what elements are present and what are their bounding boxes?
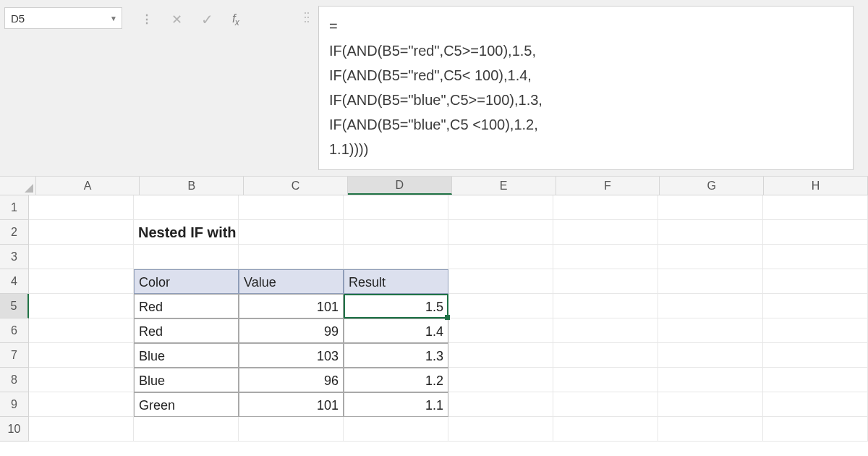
cell[interactable] xyxy=(29,343,134,368)
cell[interactable] xyxy=(344,417,448,442)
row-header-10[interactable]: 10 xyxy=(0,417,29,442)
table-cell-result[interactable]: 1.1 xyxy=(344,392,448,417)
cell[interactable] xyxy=(29,294,134,318)
cell[interactable] xyxy=(29,195,134,220)
name-box[interactable]: D5 ▼ xyxy=(4,7,122,29)
cell[interactable] xyxy=(553,343,658,368)
cell[interactable] xyxy=(553,195,658,220)
row-header-7[interactable]: 7 xyxy=(0,343,29,368)
table-header-value[interactable]: Value xyxy=(239,269,344,294)
table-cell-color[interactable]: Blue xyxy=(134,343,239,368)
column-header-e[interactable]: E xyxy=(452,177,556,195)
table-header-color[interactable]: Color xyxy=(134,269,239,294)
fx-icon[interactable]: fx xyxy=(232,12,239,28)
cell[interactable] xyxy=(658,294,763,318)
page-title[interactable]: Nested IF with multiple AND xyxy=(134,220,239,245)
cell[interactable] xyxy=(763,245,868,269)
cell[interactable] xyxy=(448,343,553,368)
cell[interactable] xyxy=(763,417,868,442)
cell[interactable] xyxy=(658,417,763,442)
row-header-5[interactable]: 5 xyxy=(0,294,29,318)
table-cell-result[interactable]: 1.5 xyxy=(344,294,448,318)
cell[interactable] xyxy=(763,269,868,294)
cell[interactable] xyxy=(658,245,763,269)
cell[interactable] xyxy=(448,245,553,269)
cell[interactable] xyxy=(344,195,448,220)
table-cell-color[interactable]: Green xyxy=(134,392,239,417)
cell[interactable] xyxy=(239,417,344,442)
column-header-h[interactable]: H xyxy=(764,177,868,195)
cell[interactable] xyxy=(344,220,448,245)
cell[interactable] xyxy=(29,368,134,392)
table-cell-value[interactable]: 101 xyxy=(239,392,344,417)
cell[interactable] xyxy=(658,392,763,417)
table-cell-color[interactable]: Red xyxy=(134,294,239,318)
column-header-d[interactable]: D xyxy=(348,177,452,195)
row-header-6[interactable]: 6 xyxy=(0,318,29,343)
cell[interactable] xyxy=(553,392,658,417)
table-cell-color[interactable]: Blue xyxy=(134,368,239,392)
row-header-8[interactable]: 8 xyxy=(0,368,29,392)
cell[interactable] xyxy=(239,220,344,245)
column-header-g[interactable]: G xyxy=(660,177,764,195)
row-header-2[interactable]: 2 xyxy=(0,220,29,245)
table-cell-value[interactable]: 101 xyxy=(239,294,344,318)
cell[interactable] xyxy=(448,195,553,220)
column-header-c[interactable]: C xyxy=(244,177,348,195)
cell[interactable] xyxy=(658,343,763,368)
cell[interactable] xyxy=(658,195,763,220)
table-cell-result[interactable]: 1.2 xyxy=(344,368,448,392)
column-header-b[interactable]: B xyxy=(140,177,244,195)
row-header-3[interactable]: 3 xyxy=(0,245,29,269)
move-handle-icon[interactable]: ⋮ xyxy=(141,14,153,25)
cell[interactable] xyxy=(29,245,134,269)
table-header-result[interactable]: Result xyxy=(344,269,448,294)
cell[interactable] xyxy=(763,220,868,245)
row-header-1[interactable]: 1 xyxy=(0,195,29,220)
table-cell-color[interactable]: Red xyxy=(134,318,239,343)
cell[interactable] xyxy=(658,269,763,294)
cell[interactable] xyxy=(448,269,553,294)
row-header-9[interactable]: 9 xyxy=(0,392,29,417)
cell[interactable] xyxy=(448,368,553,392)
cell[interactable] xyxy=(29,220,134,245)
cell[interactable] xyxy=(134,417,239,442)
table-cell-value[interactable]: 99 xyxy=(239,318,344,343)
table-cell-result[interactable]: 1.3 xyxy=(344,343,448,368)
cell[interactable] xyxy=(553,220,658,245)
cell[interactable] xyxy=(134,245,239,269)
cell[interactable] xyxy=(763,368,868,392)
cell[interactable] xyxy=(344,245,448,269)
formula-editor[interactable]: = IF(AND(B5="red",C5>=100),1.5, IF(AND(B… xyxy=(318,6,854,170)
enter-icon[interactable]: ✓ xyxy=(201,11,213,28)
cell[interactable] xyxy=(29,417,134,442)
cancel-icon[interactable]: ✕ xyxy=(171,12,182,28)
column-header-f[interactable]: F xyxy=(556,177,660,195)
formula-bar-resize-handle[interactable] xyxy=(304,9,310,28)
table-cell-result[interactable]: 1.4 xyxy=(344,318,448,343)
row-header-4[interactable]: 4 xyxy=(0,269,29,294)
cell[interactable] xyxy=(29,269,134,294)
cell[interactable] xyxy=(553,269,658,294)
cell[interactable] xyxy=(763,318,868,343)
cell[interactable] xyxy=(763,195,868,220)
cell[interactable] xyxy=(448,220,553,245)
cell[interactable] xyxy=(553,294,658,318)
cell[interactable] xyxy=(553,245,658,269)
cell[interactable] xyxy=(239,245,344,269)
cell[interactable] xyxy=(29,318,134,343)
table-cell-value[interactable]: 96 xyxy=(239,368,344,392)
cell[interactable] xyxy=(658,220,763,245)
select-all-button[interactable] xyxy=(0,177,36,195)
cell[interactable] xyxy=(553,318,658,343)
cell[interactable] xyxy=(29,392,134,417)
cell[interactable] xyxy=(658,318,763,343)
column-header-a[interactable]: A xyxy=(36,177,140,195)
cell[interactable] xyxy=(763,294,868,318)
cell[interactable] xyxy=(658,368,763,392)
cell[interactable] xyxy=(448,318,553,343)
cell[interactable] xyxy=(763,392,868,417)
cell[interactable] xyxy=(448,392,553,417)
cell[interactable] xyxy=(553,417,658,442)
cell[interactable] xyxy=(239,195,344,220)
